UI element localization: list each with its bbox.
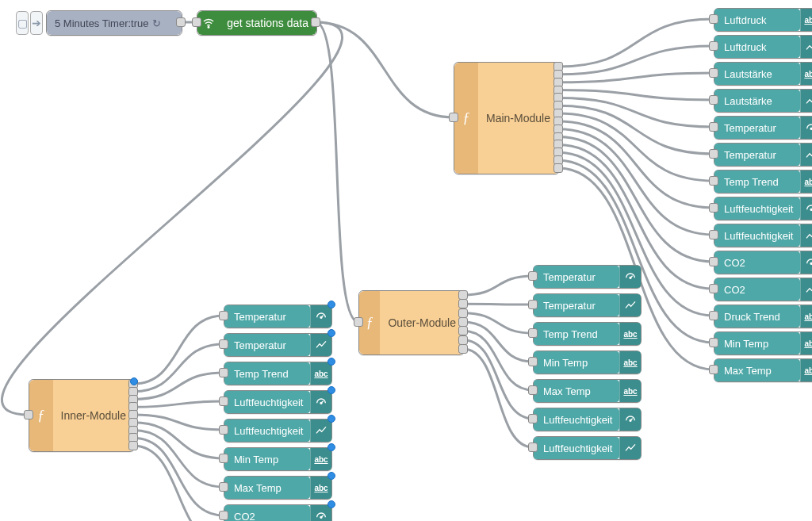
ui-output-node[interactable]: Luftfeuchtigkeit xyxy=(533,408,642,431)
ui-output-node[interactable]: Luftfeuchtigkeit xyxy=(224,390,332,414)
function-icon: ƒ xyxy=(463,110,470,127)
ui-output-label: Luftfeuchtigkeit xyxy=(724,203,793,215)
svg-line-12 xyxy=(321,316,324,318)
ui-abc-icon: abc xyxy=(804,70,812,79)
ui-output-node[interactable]: Temperatur xyxy=(533,265,642,289)
inject-trigger-arrow-icon[interactable]: ➔ xyxy=(30,11,43,35)
ui-output-label: Druck Trend xyxy=(724,311,780,323)
ui-chart-icon xyxy=(805,94,812,107)
ui-gauge-icon xyxy=(315,510,327,521)
ui-output-label: CO2 xyxy=(724,257,745,269)
svg-line-16 xyxy=(321,515,324,518)
svg-line-14 xyxy=(321,401,324,404)
ui-output-node[interactable]: CO2 xyxy=(714,251,812,274)
ui-abc-icon: abc xyxy=(623,387,637,396)
ui-output-label: Luftdruck xyxy=(724,14,766,26)
inject-node[interactable]: 5 Minutes Timer:true ↻ xyxy=(46,10,182,36)
ui-output-node[interactable]: Min Tempabc xyxy=(224,447,332,471)
ui-abc-icon: abc xyxy=(623,330,637,339)
ui-output-node[interactable]: Luftdruck xyxy=(714,35,812,59)
ui-chart-icon xyxy=(805,283,812,296)
function-icon: ƒ xyxy=(37,408,44,424)
ui-output-node[interactable]: Temperatur xyxy=(714,143,812,167)
ui-output-label: Luftfeuchtigkeit xyxy=(234,425,303,437)
ui-output-label: Temperatur xyxy=(543,271,596,283)
ui-chart-icon xyxy=(805,40,812,53)
ui-output-node[interactable]: Temp Trendabc xyxy=(714,170,812,193)
svg-line-10 xyxy=(630,419,633,421)
ui-output-node[interactable]: Luftfeuchtigkeit xyxy=(224,419,332,442)
ui-output-label: Temp Trend xyxy=(234,368,289,380)
ui-output-label: Temp Trend xyxy=(724,176,779,188)
ui-output-label: Temperatur xyxy=(724,122,776,134)
ui-output-node[interactable]: CO2 xyxy=(224,504,332,521)
ui-output-label: Min Temp xyxy=(543,357,588,369)
ui-gauge-icon xyxy=(315,310,327,323)
ui-output-node[interactable]: Temperatur xyxy=(224,333,332,357)
ui-output-label: Lautstärke xyxy=(724,95,772,107)
ui-output-node[interactable]: Lautstärkeabc xyxy=(714,62,812,86)
ui-output-node[interactable]: Lautstärke xyxy=(714,89,812,113)
ui-output-label: Luftfeuchtigkeit xyxy=(234,396,303,408)
ui-output-node[interactable]: Temperatur xyxy=(714,116,812,140)
ui-gauge-icon xyxy=(624,270,637,283)
ui-output-label: Max Temp xyxy=(724,365,772,377)
ui-output-node[interactable]: Max Tempabc xyxy=(224,476,332,500)
ui-output-node[interactable]: Temperatur xyxy=(533,293,642,317)
main-module-label: Main-Module xyxy=(486,112,550,125)
main-module-node[interactable]: ƒ Main-Module xyxy=(454,62,560,174)
ui-output-label: Luftdruck xyxy=(724,41,766,53)
ui-abc-icon: abc xyxy=(804,312,812,321)
ui-abc-icon: abc xyxy=(623,358,637,367)
ui-output-node[interactable]: Min Tempabc xyxy=(714,331,812,355)
netatmo-label: get stations data xyxy=(227,17,308,29)
inner-module-label: Inner-Module xyxy=(61,409,127,422)
ui-output-label: Temperatur xyxy=(543,300,596,312)
ui-output-node[interactable]: Temp Trendabc xyxy=(224,362,332,385)
ui-output-node[interactable]: Druck Trendabc xyxy=(714,305,812,328)
inject-label: 5 Minutes Timer:true xyxy=(55,17,149,29)
ui-output-node[interactable]: Luftfeuchtigkeit xyxy=(533,436,642,460)
ui-output-label: Temp Trend xyxy=(543,328,598,340)
ui-chart-icon xyxy=(624,299,637,312)
ui-abc-icon: abc xyxy=(314,455,327,464)
get-stations-data-node[interactable]: get stations data xyxy=(197,10,317,36)
ui-abc-icon: abc xyxy=(314,370,327,378)
ui-output-label: Max Temp xyxy=(234,482,282,494)
wifi-icon xyxy=(202,17,215,29)
ui-chart-icon xyxy=(805,229,812,242)
ui-output-node[interactable]: Min Tempabc xyxy=(533,351,642,374)
ui-gauge-icon xyxy=(624,413,637,426)
ui-abc-icon: abc xyxy=(804,178,812,186)
ui-chart-icon xyxy=(315,424,327,437)
ui-output-label: Temperatur xyxy=(234,311,286,323)
outer-module-label: Outer-Module xyxy=(388,316,456,329)
svg-point-0 xyxy=(208,27,209,29)
ui-chart-icon xyxy=(624,442,637,454)
ui-gauge-icon xyxy=(315,396,327,408)
ui-chart-icon xyxy=(805,148,812,161)
ui-output-node[interactable]: CO2 xyxy=(714,278,812,301)
ui-gauge-icon xyxy=(805,202,812,215)
ui-abc-icon: abc xyxy=(314,484,327,492)
ui-output-label: Lautstärke xyxy=(724,68,772,80)
flow-canvas[interactable]: ▢ ➔ 5 Minutes Timer:true ↻ get stations … xyxy=(0,0,812,521)
ui-chart-icon xyxy=(315,339,327,351)
ui-output-node[interactable]: Max Tempabc xyxy=(714,358,812,382)
ui-output-label: Max Temp xyxy=(543,385,591,397)
inner-module-node[interactable]: ƒ Inner-Module xyxy=(29,379,135,452)
ui-abc-icon: abc xyxy=(804,16,812,25)
ui-output-label: Temperatur xyxy=(234,339,286,351)
ui-output-node[interactable]: Max Tempabc xyxy=(533,379,642,403)
ui-output-node[interactable]: Temperatur xyxy=(224,305,332,328)
ui-output-node[interactable]: Luftfeuchtigkeit xyxy=(714,197,812,220)
ui-abc-icon: abc xyxy=(804,366,812,375)
inject-buttons: ▢ ➔ xyxy=(16,11,43,35)
ui-gauge-icon xyxy=(805,121,812,134)
ui-gauge-icon xyxy=(805,256,812,269)
outer-module-node[interactable]: ƒ Outer-Module xyxy=(358,290,465,355)
ui-output-node[interactable]: Temp Trendabc xyxy=(533,322,642,346)
ui-output-node[interactable]: Luftdruckabc xyxy=(714,8,812,32)
ui-output-node[interactable]: Luftfeuchtigkeit xyxy=(714,224,812,247)
inject-trigger-square-icon[interactable]: ▢ xyxy=(16,11,29,35)
